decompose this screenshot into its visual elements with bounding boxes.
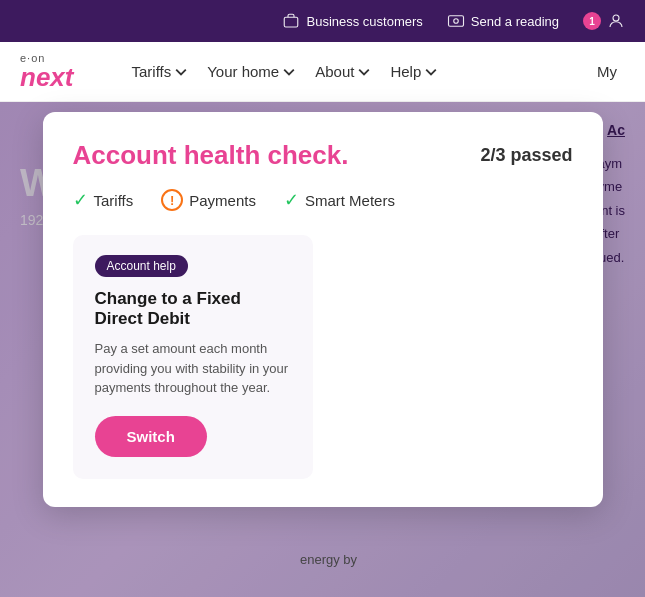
meter-icon	[447, 12, 465, 30]
chevron-down-icon	[425, 66, 437, 78]
nav-your-home[interactable]: Your home	[199, 57, 303, 86]
nav-help-label: Help	[390, 63, 421, 80]
card-title: Change to a Fixed Direct Debit	[95, 289, 291, 329]
check-warn-icon: !	[161, 189, 183, 211]
modal-title: Account health check.	[73, 140, 349, 171]
nav-my-label: My	[597, 63, 617, 80]
check-tariffs: ✓ Tariffs	[73, 189, 134, 211]
svg-rect-1	[448, 16, 463, 27]
logo-next-text: next	[20, 64, 73, 90]
send-reading-link[interactable]: Send a reading	[447, 12, 559, 30]
notification-count: 1	[589, 16, 595, 27]
main-background: Wo 192 G t paym payme ment is s after is…	[0, 102, 645, 597]
check-pass-icon-2: ✓	[284, 189, 299, 211]
modal-checks: ✓ Tariffs ! Payments ✓ Smart Meters	[73, 189, 573, 211]
account-icon	[607, 12, 625, 30]
card-badge: Account help	[95, 255, 188, 277]
switch-button[interactable]: Switch	[95, 416, 207, 457]
check-pass-icon: ✓	[73, 189, 88, 211]
nav-tariffs[interactable]: Tariffs	[123, 57, 195, 86]
top-bar: Business customers Send a reading 1	[0, 0, 645, 42]
nav-about[interactable]: About	[307, 57, 378, 86]
card-body: Pay a set amount each month providing yo…	[95, 339, 291, 398]
nav-help[interactable]: Help	[382, 57, 445, 86]
business-customers-link[interactable]: Business customers	[282, 12, 422, 30]
chevron-down-icon	[358, 66, 370, 78]
chevron-down-icon	[175, 66, 187, 78]
nav-about-label: About	[315, 63, 354, 80]
check-smart-meters: ✓ Smart Meters	[284, 189, 395, 211]
svg-point-2	[454, 19, 459, 24]
check-payments-label: Payments	[189, 192, 256, 209]
notification-area[interactable]: 1	[583, 12, 625, 30]
nav-your-home-label: Your home	[207, 63, 279, 80]
nav-my[interactable]: My	[589, 57, 625, 86]
send-reading-label: Send a reading	[471, 14, 559, 29]
modal-score: 2/3 passed	[480, 145, 572, 166]
nav-tariffs-label: Tariffs	[131, 63, 171, 80]
logo[interactable]: e·on next	[20, 53, 73, 90]
check-smart-meters-label: Smart Meters	[305, 192, 395, 209]
modal: Account health check. 2/3 passed ✓ Tarif…	[43, 112, 603, 507]
briefcase-icon	[282, 12, 300, 30]
nav-bar: e·on next Tariffs Your home About Help M…	[0, 42, 645, 102]
svg-point-3	[613, 15, 619, 21]
svg-rect-0	[285, 17, 299, 27]
chevron-down-icon	[283, 66, 295, 78]
notification-badge: 1	[583, 12, 601, 30]
modal-header: Account health check. 2/3 passed	[73, 140, 573, 171]
account-help-card: Account help Change to a Fixed Direct De…	[73, 235, 313, 479]
modal-overlay: Account health check. 2/3 passed ✓ Tarif…	[0, 102, 645, 597]
check-tariffs-label: Tariffs	[94, 192, 134, 209]
check-payments: ! Payments	[161, 189, 256, 211]
nav-items: Tariffs Your home About Help My	[123, 57, 625, 86]
business-customers-label: Business customers	[306, 14, 422, 29]
